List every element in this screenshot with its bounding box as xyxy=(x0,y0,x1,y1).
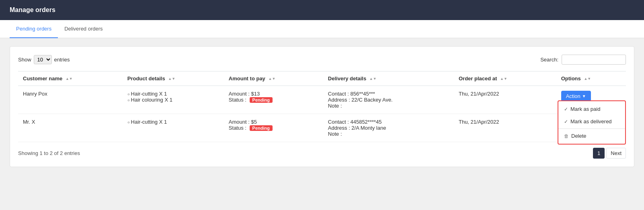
cell-amount-2: Amount : $5 Status : Pending xyxy=(224,114,323,142)
cell-options-1: Action ▼ ✓ Mark as paid ✓ Mark as deli xyxy=(556,86,626,114)
showing-text: Showing 1 to 2 of 2 entries xyxy=(18,150,80,156)
show-label: Show xyxy=(18,57,31,63)
table-controls-top: Show 10 25 50 entries Search: xyxy=(18,55,626,65)
dropdown-divider xyxy=(558,128,625,129)
contact-label: Contact : xyxy=(328,91,351,97)
pagination: 1 Next xyxy=(593,148,626,159)
status-row: Status : Pending xyxy=(229,125,318,131)
chevron-down-icon: ▼ xyxy=(582,94,586,98)
col-customer-name: Customer name ▲▼ xyxy=(18,71,123,86)
cell-customer-name-2: Mr. X xyxy=(18,114,123,142)
tab-delivered-orders[interactable]: Delivered orders xyxy=(58,20,109,38)
product-list-1: Hair-cutting X 1 Hair colouring X 1 xyxy=(127,91,219,103)
col-delivery-details: Delivery details ▲▼ xyxy=(323,71,454,86)
note-label: Note : xyxy=(328,131,342,137)
status-label: Status : xyxy=(229,97,248,103)
product-list-2: Hair-cutting X 1 xyxy=(127,119,219,125)
search-box: Search: xyxy=(540,55,626,65)
entries-label: entries xyxy=(54,57,70,63)
check-icon: ✓ xyxy=(564,106,568,112)
note-row: Note : xyxy=(328,131,449,137)
cell-order-placed-2: Thu, 21/Apr/2022 xyxy=(454,114,556,142)
page-header: Manage orders xyxy=(0,0,644,20)
address-row: Address : 2/A Monty lane xyxy=(328,125,449,131)
check-icon: ✓ xyxy=(564,119,568,124)
sort-icon-amount[interactable]: ▲▼ xyxy=(268,77,275,81)
contact-label: Contact : xyxy=(328,119,351,125)
main-content: Show 10 25 50 entries Search: Customer n… xyxy=(0,38,644,175)
status-row: Status : Pending xyxy=(229,97,318,103)
col-product-details: Product details ▲▼ xyxy=(123,71,224,86)
cell-delivery-2: Contact : 445852****45 Address : 2/A Mon… xyxy=(323,114,454,142)
col-options: Options ▲▼ xyxy=(556,71,626,86)
orders-table: Customer name ▲▼ Product details ▲▼ Amou… xyxy=(18,71,626,142)
entries-select[interactable]: 10 25 50 xyxy=(34,55,52,64)
action-button[interactable]: Action ▼ xyxy=(561,91,591,102)
dropdown-label-mark-delivered: Mark as delivered xyxy=(570,118,612,124)
address-row: Address : 22/C Backey Ave. xyxy=(328,97,449,103)
amount-value: $5 xyxy=(251,119,256,125)
cell-product-details-1: Hair-cutting X 1 Hair colouring X 1 xyxy=(123,86,224,114)
dropdown-label-mark-paid: Mark as paid xyxy=(570,106,600,112)
contact-value: 445852****45 xyxy=(350,119,381,125)
product-item: Hair colouring X 1 xyxy=(127,97,219,103)
table-row: Mr. X Hair-cutting X 1 Amount : $5 xyxy=(18,114,626,142)
dropdown-label-delete: Delete xyxy=(571,133,587,139)
tab-pending-orders[interactable]: Pending orders xyxy=(10,20,58,38)
sort-icon-product[interactable]: ▲▼ xyxy=(168,77,175,81)
page-button-1[interactable]: 1 xyxy=(593,148,605,159)
cell-customer-name-1: Hanry Pox xyxy=(18,86,123,114)
page-title: Manage orders xyxy=(10,6,55,13)
sort-icon-customer[interactable]: ▲▼ xyxy=(66,77,73,81)
cell-delivery-1: Contact : 856**45*** Address : 22/C Back… xyxy=(323,86,454,114)
table-card: Show 10 25 50 entries Search: Customer n… xyxy=(10,46,634,167)
amount-row: Amount : $5 xyxy=(229,119,318,125)
address-value: 22/C Backey Ave. xyxy=(351,97,392,103)
search-label: Search: xyxy=(540,57,558,63)
sort-icon-delivery[interactable]: ▲▼ xyxy=(369,77,377,81)
tabs-bar: Pending orders Delivered orders xyxy=(0,20,644,38)
col-order-placed-at: Order placed at ▲▼ xyxy=(454,71,556,86)
status-badge: Pending xyxy=(250,97,273,103)
amount-label: Amount : xyxy=(229,91,251,97)
sort-icon-order-placed[interactable]: ▲▼ xyxy=(500,77,507,81)
action-dropdown-menu: ✓ Mark as paid ✓ Mark as delivered 🗑 Del… xyxy=(558,100,626,145)
contact-value: 856**45*** xyxy=(350,91,375,97)
amount-label: Amount : xyxy=(229,119,251,125)
next-button[interactable]: Next xyxy=(606,148,626,159)
cell-amount-1: Amount : $13 Status : Pending xyxy=(224,86,323,114)
cell-order-placed-1: Thu, 21/Apr/2022 xyxy=(454,86,556,114)
dropdown-item-mark-delivered[interactable]: ✓ Mark as delivered xyxy=(558,115,625,128)
table-footer: Showing 1 to 2 of 2 entries 1 Next xyxy=(18,148,626,159)
table-header-row: Customer name ▲▼ Product details ▲▼ Amou… xyxy=(18,71,626,86)
note-row: Note : xyxy=(328,103,449,109)
contact-row: Contact : 856**45*** xyxy=(328,91,449,97)
address-label: Address : xyxy=(328,97,352,103)
search-input[interactable] xyxy=(562,55,626,65)
table-row: Hanry Pox Hair-cutting X 1 Hair colourin… xyxy=(18,86,626,114)
amount-value: $13 xyxy=(251,91,260,97)
action-label: Action xyxy=(566,93,580,99)
status-badge: Pending xyxy=(250,125,273,131)
amount-row: Amount : $13 xyxy=(229,91,318,97)
product-item: Hair-cutting X 1 xyxy=(127,91,219,97)
note-label: Note : xyxy=(328,103,342,109)
order-date-1: Thu, 21/Apr/2022 xyxy=(459,91,499,97)
product-item: Hair-cutting X 1 xyxy=(127,119,219,125)
address-label: Address : xyxy=(328,125,352,131)
dropdown-item-delete[interactable]: 🗑 Delete xyxy=(558,130,625,142)
cell-product-details-2: Hair-cutting X 1 xyxy=(123,114,224,142)
show-entries: Show 10 25 50 entries xyxy=(18,55,70,64)
dropdown-item-mark-paid[interactable]: ✓ Mark as paid xyxy=(558,103,625,115)
address-value: 2/A Monty lane xyxy=(351,125,386,131)
sort-icon-options[interactable]: ▲▼ xyxy=(584,77,591,81)
trash-icon: 🗑 xyxy=(564,133,569,139)
order-date-2: Thu, 21/Apr/2022 xyxy=(459,119,499,125)
col-amount-to-pay: Amount to pay ▲▼ xyxy=(224,71,323,86)
contact-row: Contact : 445852****45 xyxy=(328,119,449,125)
status-label: Status : xyxy=(229,125,248,131)
